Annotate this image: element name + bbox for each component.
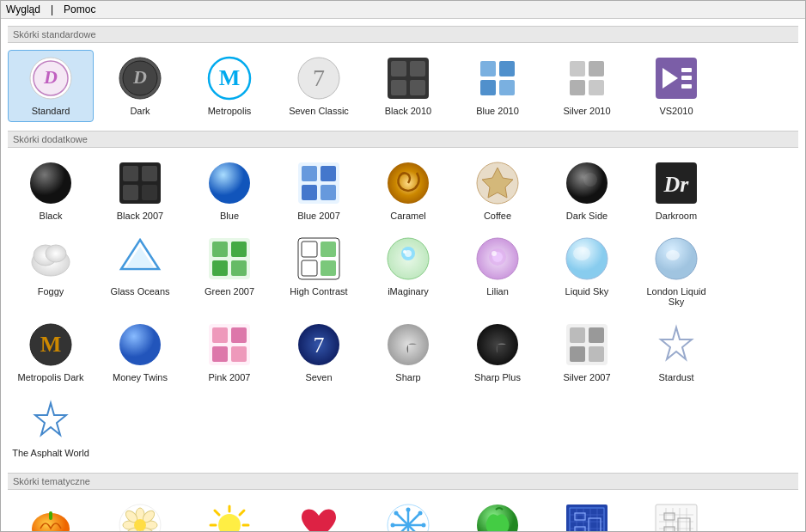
skin-london-liquid-sky[interactable]: London Liquid Sky	[633, 230, 719, 313]
skin-lilian[interactable]: Lilian	[455, 230, 540, 313]
skin-pumpkin[interactable]: Pumpkin	[8, 497, 94, 531]
skin-sharp-plus[interactable]: Sharp Plus	[455, 316, 540, 388]
skin-vs2010-label: VS2010	[659, 106, 693, 116]
svg-rect-83	[231, 346, 247, 362]
skin-black2007[interactable]: Black 2007	[97, 155, 183, 227]
svg-rect-56	[231, 242, 247, 257]
skin-sharp[interactable]: Sharp	[365, 316, 451, 388]
skin-dark[interactable]: D Dark	[97, 50, 183, 122]
skin-blueprint-icon	[565, 503, 609, 531]
svg-text:Dr: Dr	[663, 172, 690, 197]
skin-springtime-icon	[118, 503, 162, 531]
skin-glass-oceans[interactable]: Glass Oceans	[97, 230, 183, 313]
svg-text:M: M	[219, 65, 241, 90]
skin-seven[interactable]: 7 Seven	[276, 316, 362, 388]
skin-blue2010[interactable]: Blue 2010	[455, 50, 540, 122]
svg-rect-82	[212, 346, 228, 362]
svg-point-124	[422, 523, 426, 528]
skin-summer[interactable]: Summer	[186, 497, 272, 531]
skin-seven-label: Seven	[305, 372, 332, 382]
skin-black-label: Black	[40, 211, 63, 221]
skin-mcskin-icon	[475, 503, 520, 531]
skin-summer-icon	[207, 503, 252, 531]
svg-point-121	[406, 508, 411, 512]
skin-dark-side[interactable]: Dark Side	[544, 155, 630, 227]
skin-imaginary-icon	[386, 236, 430, 281]
svg-point-51	[46, 245, 66, 262]
section-standard-header: Skórki standardowe	[8, 26, 798, 43]
svg-rect-35	[142, 185, 157, 200]
skin-green2007-label: Green 2007	[205, 286, 254, 297]
skin-black2007-label: Black 2007	[117, 211, 163, 221]
skin-glass-oceans-label: Glass Oceans	[110, 286, 169, 297]
skin-high-contrast-label: High Contrast	[290, 286, 347, 297]
skin-silver2010[interactable]: Silver 2010	[544, 50, 630, 122]
skin-high-contrast[interactable]: High Contrast	[276, 230, 362, 313]
skin-blue2010-label: Blue 2010	[476, 106, 519, 116]
svg-text:D: D	[43, 66, 58, 88]
skin-sharp-label: Sharp	[395, 372, 420, 382]
skin-mcskin[interactable]: McSkin	[455, 497, 540, 531]
main-window: Wygląd | Pomoc Skórki standardowe D Stan…	[0, 0, 806, 532]
menu-view[interactable]: Wygląd	[6, 3, 40, 15]
skin-foggy-label: Foggy	[38, 286, 64, 297]
skin-high-contrast-icon	[296, 236, 341, 281]
svg-rect-41	[321, 185, 336, 200]
section-themed-header: Skórki tematyczne	[8, 473, 798, 490]
skin-silver2010-icon	[565, 56, 609, 101]
skin-xmas-blue[interactable]: Xmas (Blue)	[365, 497, 451, 531]
standard-skins-grid: D Standard D Dark	[8, 50, 798, 122]
skin-darkroom-label: Darkroom	[656, 211, 697, 221]
skin-imaginary[interactable]: iMaginary	[365, 230, 451, 313]
skin-stardust[interactable]: Stardust	[633, 316, 719, 388]
svg-point-123	[391, 523, 395, 528]
svg-rect-60	[302, 242, 317, 257]
svg-text:M: M	[40, 332, 62, 357]
skin-liquid-sky-icon	[565, 236, 609, 281]
skin-blueprint[interactable]: Blueprint	[544, 497, 630, 531]
skin-green2007-icon	[207, 236, 252, 281]
svg-rect-11	[391, 61, 406, 76]
skin-valentine[interactable]: Valentine	[276, 497, 362, 531]
skin-caramel[interactable]: Caramel	[365, 155, 451, 227]
svg-text:7: 7	[314, 333, 325, 358]
svg-line-112	[215, 511, 219, 515]
svg-rect-58	[231, 260, 247, 276]
skin-lilian-icon	[475, 236, 520, 281]
skin-standard[interactable]: D Standard	[8, 50, 94, 122]
skin-black[interactable]: Black	[8, 155, 94, 227]
svg-rect-96	[49, 511, 52, 520]
skin-green2007[interactable]: Green 2007	[186, 230, 272, 313]
skin-liquid-sky[interactable]: Liquid Sky	[544, 230, 630, 313]
skin-foggy[interactable]: Foggy	[8, 230, 94, 313]
svg-rect-90	[589, 327, 604, 343]
svg-point-75	[666, 250, 680, 260]
skin-springtime[interactable]: Springtime	[97, 497, 183, 531]
skin-blue2007[interactable]: Blue 2007	[276, 155, 362, 227]
skin-metropolis-dark[interactable]: M Metropolis Dark	[8, 316, 94, 388]
menu-help[interactable]: Pomoc	[64, 3, 95, 15]
skin-blue[interactable]: Blue	[186, 155, 272, 227]
skin-content: Skórki standardowe D Standard	[1, 19, 805, 531]
skin-whiteprint[interactable]: Whiteprint	[633, 497, 719, 531]
skin-blue-label: Blue	[220, 211, 239, 221]
svg-rect-24	[589, 80, 604, 95]
skin-coffee[interactable]: Coffee	[455, 155, 540, 227]
skin-money-twins[interactable]: Money Twins	[97, 316, 183, 388]
skin-metropolis-dark-icon: M	[28, 322, 73, 367]
skin-standard-icon: D	[28, 56, 73, 101]
skin-darkroom[interactable]: Dr Darkroom	[633, 155, 719, 227]
skin-metropolis[interactable]: M Metropolis	[186, 50, 272, 122]
skin-seven-classic[interactable]: 7 Seven Classic	[276, 50, 362, 122]
skin-black2010[interactable]: Black 2010	[365, 50, 451, 122]
skin-pink2007[interactable]: Pink 2007	[186, 316, 272, 388]
skin-metropolis-dark-label: Metropolis Dark	[17, 372, 83, 382]
skin-glass-oceans-icon	[118, 236, 162, 281]
skin-the-asphalt-world[interactable]: The Asphalt World	[8, 392, 94, 464]
svg-rect-28	[681, 76, 692, 80]
skin-vs2010[interactable]: VS2010	[633, 50, 719, 122]
svg-rect-130	[566, 504, 608, 531]
svg-point-106	[134, 519, 146, 531]
skin-silver2007[interactable]: Silver 2007	[544, 316, 630, 388]
skin-dark-icon: D	[118, 56, 162, 101]
